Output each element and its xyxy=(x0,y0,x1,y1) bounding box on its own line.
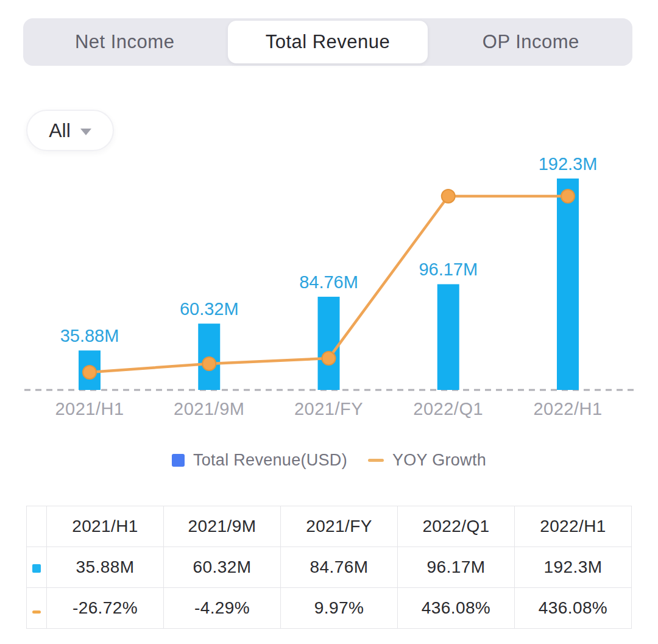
yoy-row-icon-cell xyxy=(27,588,47,629)
tab-op-income[interactable]: OP Income xyxy=(431,21,631,63)
bar-2021/FY xyxy=(318,297,340,390)
bar-value-label: 192.3M xyxy=(539,154,598,174)
yoy-cell: -26.72% xyxy=(47,588,164,629)
revenue-cell: 60.32M xyxy=(164,547,281,588)
line-point-2021/FY xyxy=(322,352,336,365)
metric-tab-bar: Net Income Total Revenue OP Income xyxy=(23,18,632,66)
x-axis-label: 2021/FY xyxy=(294,399,363,419)
tab-net-income[interactable]: Net Income xyxy=(25,21,224,63)
revenue-cell: 192.3M xyxy=(515,547,632,588)
metrics-table: 2021/H1 2021/9M 2021/FY 2022/Q1 2022/H1 … xyxy=(26,506,632,629)
x-axis-label: 2021/H1 xyxy=(55,399,124,419)
yoy-cell: 436.08% xyxy=(515,588,632,629)
bar-value-label: 96.17M xyxy=(419,260,478,279)
table-header-row: 2021/H1 2021/9M 2021/FY 2022/Q1 2022/H1 xyxy=(27,506,632,547)
bar-value-label: 35.88M xyxy=(60,326,119,345)
period-filter-dropdown[interactable]: All xyxy=(26,110,114,151)
table-header: 2022/Q1 xyxy=(398,506,515,547)
chevron-down-icon xyxy=(80,129,91,135)
period-filter-value: All xyxy=(49,119,71,142)
revenue-cell: 84.76M xyxy=(281,547,398,588)
bar-2022/Q1 xyxy=(437,284,459,390)
x-axis-label: 2022/Q1 xyxy=(413,399,483,419)
bar-series-swatch-icon xyxy=(172,454,185,467)
table-row-revenue: 35.88M 60.32M 84.76M 96.17M 192.3M xyxy=(27,547,632,588)
table-row-yoy: -26.72% -4.29% 9.97% 436.08% 436.08% xyxy=(27,588,632,629)
financial-metrics-panel: { "tab_bar": { "items": [ { "label": "Ne… xyxy=(0,0,658,644)
bar-2022/H1 xyxy=(557,179,579,390)
line-point-2022/H1 xyxy=(561,189,575,203)
bar-value-label: 60.32M xyxy=(180,299,239,319)
table-header: 2021/H1 xyxy=(47,506,164,547)
x-axis-label: 2021/9M xyxy=(174,399,244,419)
table-header: 2021/9M xyxy=(164,506,281,547)
revenue-cell: 96.17M xyxy=(398,547,515,588)
x-axis-label: 2022/H1 xyxy=(533,399,602,419)
yoy-cell: 9.97% xyxy=(281,588,398,629)
dash-swatch-icon xyxy=(32,610,41,614)
line-series-swatch-icon xyxy=(368,459,384,462)
table-header: 2022/H1 xyxy=(515,506,632,547)
table-corner-cell xyxy=(27,506,47,547)
table-header: 2021/FY xyxy=(281,506,398,547)
legend-label-yoy: YOY Growth xyxy=(392,451,486,470)
yoy-cell: -4.29% xyxy=(164,588,281,629)
legend-label-revenue: Total Revenue(USD) xyxy=(193,451,347,470)
bar-value-label: 84.76M xyxy=(299,272,358,292)
line-point-2021/H1 xyxy=(83,366,96,379)
chart-legend: Total Revenue(USD) YOY Growth xyxy=(0,451,658,470)
bar-swatch-icon xyxy=(32,564,41,573)
line-point-2022/Q1 xyxy=(442,189,455,203)
revenue-cell: 35.88M xyxy=(47,547,164,588)
legend-item-yoy: YOY Growth xyxy=(368,451,486,470)
revenue-chart: 35.88M60.32M84.76M96.17M192.3M2021/H1202… xyxy=(24,152,634,426)
revenue-chart-svg: 35.88M60.32M84.76M96.17M192.3M2021/H1202… xyxy=(24,152,634,426)
line-point-2021/9M xyxy=(202,357,216,370)
yoy-cell: 436.08% xyxy=(398,588,515,629)
legend-item-revenue: Total Revenue(USD) xyxy=(172,451,347,470)
tab-total-revenue[interactable]: Total Revenue xyxy=(228,21,427,63)
revenue-row-icon-cell xyxy=(27,547,47,588)
